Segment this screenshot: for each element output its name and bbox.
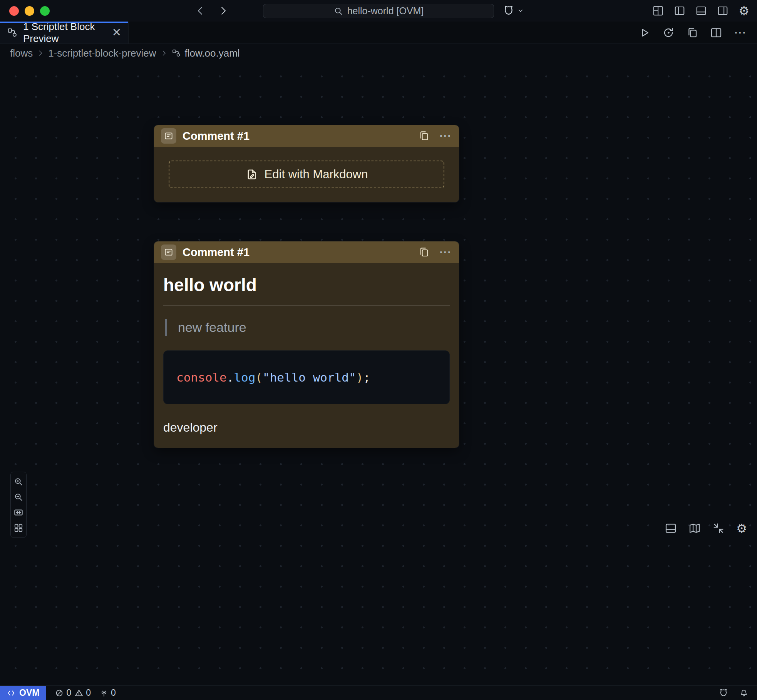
editor-window: hello-world [OVM] ⚙ 1 Scriptlet Block Pr…: [0, 0, 757, 700]
broadcast-icon: [99, 688, 109, 698]
code-token: log: [234, 370, 255, 384]
history-nav: [194, 5, 229, 17]
code-token: ): [356, 370, 363, 384]
edit-document-icon: [245, 168, 258, 181]
search-icon: [333, 6, 343, 16]
rerun-icon[interactable]: [662, 27, 675, 39]
remote-indicator[interactable]: OVM: [0, 686, 46, 700]
toggle-panel-icon[interactable]: [695, 5, 707, 17]
fit-width-icon[interactable]: [11, 505, 26, 520]
edit-markdown-icon[interactable]: [418, 130, 430, 142]
tab-scriptlet-block-preview[interactable]: 1 Scriptlet Block Preview ✕: [0, 22, 129, 44]
error-count: 0: [66, 688, 71, 698]
code-token: "hello world": [263, 370, 356, 384]
comment-node-actions: ⋯: [418, 246, 452, 258]
zoom-in-icon[interactable]: [11, 474, 26, 489]
status-bar: OVM 0 0 0: [0, 685, 757, 700]
command-center-search[interactable]: hello-world [OVM]: [263, 4, 494, 18]
markdown-divider: [163, 305, 450, 306]
toggle-primary-sidebar-icon[interactable]: [674, 5, 685, 17]
comment-node-title: Comment #1: [183, 246, 250, 259]
comment-node-filled[interactable]: Comment #1 ⋯ hello world new feature con…: [154, 241, 459, 448]
minimap-icon[interactable]: [688, 522, 701, 534]
back-icon[interactable]: [194, 5, 206, 17]
tab-label: 1 Scriptlet Block Preview: [23, 21, 107, 45]
node-more-icon[interactable]: ⋯: [439, 248, 452, 256]
edit-with-markdown-label: Edit with Markdown: [265, 167, 368, 181]
code-token: (: [255, 370, 263, 384]
flow-file-icon: [172, 49, 181, 58]
code-token: .: [227, 370, 234, 384]
zoom-window-button[interactable]: [40, 6, 50, 16]
overview-grid-icon[interactable]: [11, 520, 26, 536]
flow-canvas[interactable]: Comment #1 ⋯ Edit with Markdown Comment …: [0, 62, 757, 685]
warning-icon: [74, 688, 84, 698]
zoom-out-icon[interactable]: [11, 489, 26, 505]
statusbar-right: [718, 688, 757, 698]
settings-gear-icon[interactable]: ⚙: [739, 5, 749, 17]
comment-node-title: Comment #1: [183, 130, 250, 142]
close-window-button[interactable]: [9, 6, 19, 16]
comment-node-body: hello world new feature console.log("hel…: [154, 263, 459, 448]
search-value: hello-world [OVM]: [347, 5, 424, 17]
breadcrumb-folder[interactable]: 1-scriptlet-block-preview: [48, 47, 156, 59]
breadcrumb-file[interactable]: flow.oo.yaml: [172, 47, 240, 59]
comment-node-body: Edit with Markdown: [154, 147, 459, 202]
copilot-menu[interactable]: [502, 0, 524, 22]
comment-node-header[interactable]: Comment #1 ⋯: [154, 125, 459, 147]
comment-node-header[interactable]: Comment #1 ⋯: [154, 241, 459, 263]
note-icon: [161, 128, 176, 144]
canvas-view-controls: ⚙: [665, 522, 747, 534]
customize-layout-icon[interactable]: [652, 5, 664, 17]
problems-status[interactable]: 0 0: [55, 688, 91, 698]
chevron-right-icon: [37, 49, 44, 57]
cat-icon[interactable]: [718, 688, 729, 698]
remote-icon: [7, 689, 15, 697]
chevron-down-icon: [517, 7, 524, 14]
note-icon: [161, 244, 176, 260]
remote-label: OVM: [19, 688, 39, 698]
markdown-footer-text: developer: [163, 420, 450, 435]
edit-with-markdown-button[interactable]: Edit with Markdown: [169, 161, 444, 188]
cat-icon: [502, 5, 515, 17]
breadcrumb: flows 1-scriptlet-block-preview flow.oo.…: [0, 44, 757, 62]
run-icon[interactable]: [638, 27, 651, 39]
flow-icon: [7, 27, 18, 38]
comment-node-empty[interactable]: Comment #1 ⋯ Edit with Markdown: [154, 125, 459, 202]
canvas-settings-gear-icon[interactable]: ⚙: [736, 522, 747, 534]
more-actions-icon[interactable]: ⋯: [734, 29, 747, 36]
toggle-secondary-sidebar-icon[interactable]: [717, 5, 729, 17]
markdown-heading: hello world: [163, 271, 450, 305]
titlebar: hello-world [OVM] ⚙: [0, 0, 757, 22]
canvas-zoom-panel: [10, 472, 27, 538]
forward-icon[interactable]: [218, 5, 229, 17]
markdown-blockquote: new feature: [165, 319, 450, 336]
breadcrumb-flows[interactable]: flows: [10, 47, 33, 59]
ports-status[interactable]: 0: [99, 688, 116, 698]
comment-node-actions: ⋯: [418, 130, 452, 142]
editor-actions: ⋯: [638, 22, 757, 44]
breadcrumb-file-label: flow.oo.yaml: [185, 47, 240, 59]
layout-controls: ⚙: [652, 0, 749, 22]
window-controls: [9, 0, 50, 22]
collapse-icon[interactable]: [712, 522, 725, 534]
code-token: ;: [363, 370, 370, 384]
open-preview-icon[interactable]: [686, 27, 698, 39]
tab-bar: 1 Scriptlet Block Preview ✕ ⋯: [0, 22, 757, 44]
split-editor-icon[interactable]: [710, 27, 722, 39]
node-more-icon[interactable]: ⋯: [439, 132, 452, 139]
ports-count: 0: [111, 688, 116, 698]
close-tab-icon[interactable]: ✕: [112, 27, 121, 38]
edit-markdown-icon[interactable]: [418, 246, 430, 258]
code-token: console: [176, 370, 227, 384]
markdown-code-block: console.log("hello world");: [163, 350, 450, 404]
warning-count: 0: [86, 688, 91, 698]
toggle-panel-icon[interactable]: [665, 522, 677, 534]
chevron-right-icon: [160, 49, 168, 57]
error-icon: [55, 688, 64, 698]
minimize-window-button[interactable]: [25, 6, 34, 16]
bell-icon[interactable]: [739, 688, 749, 698]
